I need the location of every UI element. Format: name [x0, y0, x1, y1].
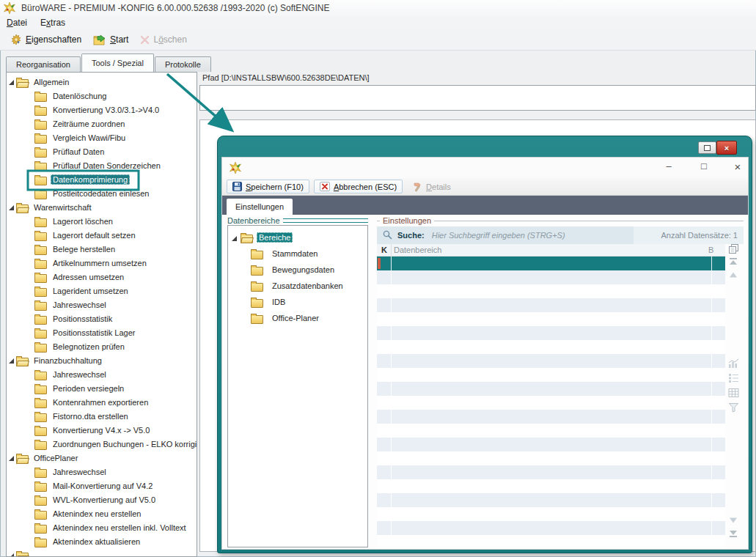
expander-icon[interactable]	[232, 236, 237, 241]
tab-reorganisation[interactable]: Reorganisation	[6, 56, 81, 72]
speichern-button[interactable]: Speichern (F10)	[227, 180, 309, 193]
menu-datei[interactable]: Datei	[0, 17, 34, 29]
table-row[interactable]	[377, 521, 725, 535]
table-row[interactable]	[377, 535, 725, 547]
eigenschaften-button[interactable]: Eigenschaften	[4, 32, 87, 48]
tree-item[interactable]: Postleitcodedaten einlesen	[7, 187, 197, 201]
tree-item-label: OfficePlaner	[32, 453, 80, 463]
table-row[interactable]	[377, 270, 725, 284]
scroll-up-icon[interactable]	[728, 271, 738, 281]
tree-item[interactable]: Finanzbuchhaltung	[7, 354, 197, 368]
tree-item[interactable]: Bewegungsdaten	[228, 262, 367, 278]
tree-item[interactable]: Jahreswechsel	[7, 465, 197, 479]
tab-tools-spezial[interactable]: Tools / Spezial	[81, 54, 154, 72]
table-row[interactable]	[377, 354, 725, 368]
scroll-to-top-icon[interactable]	[728, 257, 738, 268]
expander-icon[interactable]	[9, 456, 14, 461]
tree-item[interactable]: Perioden versiegeln	[7, 382, 197, 396]
maximize-button[interactable]: □	[694, 161, 713, 171]
table-row[interactable]	[377, 507, 725, 521]
scroll-to-bottom-icon[interactable]	[728, 529, 738, 539]
tree-item[interactable]: Belegnotizen prüfen	[7, 340, 197, 354]
tree-item[interactable]: Prüflauf Daten	[7, 145, 197, 159]
table-row[interactable]	[377, 424, 725, 438]
tree-item[interactable]: Zuordnungen Buchungen - ELKO korrigieren	[7, 438, 197, 451]
grid-table-icon[interactable]	[728, 388, 739, 399]
menu-extras[interactable]: Extras	[34, 17, 72, 29]
details-button[interactable]: Details	[407, 180, 456, 193]
dialog-close-button[interactable]: ×	[716, 141, 737, 155]
path-value-box[interactable]	[199, 85, 756, 111]
tree-item[interactable]: Prüflauf Daten Sonderzeichen	[7, 159, 197, 173]
tree-item[interactable]: IDB	[228, 295, 367, 311]
scroll-down-icon[interactable]	[728, 516, 738, 525]
table-row[interactable]	[377, 396, 725, 410]
table-row[interactable]	[377, 298, 725, 312]
expander-icon[interactable]	[9, 358, 14, 364]
minimize-button[interactable]: –	[659, 161, 678, 171]
tree-item[interactable]: Zeiträume zuordnen	[7, 117, 197, 131]
tree-item[interactable]: Jahreswechsel	[7, 298, 197, 312]
search-bar[interactable]: Suche: Hier Suchbegriff eingeben (STRG+S…	[377, 226, 744, 244]
tree-item[interactable]: Jahreswechsel	[7, 368, 197, 382]
tree-item[interactable]: Lagerort löschen	[7, 215, 197, 229]
tree-item[interactable]: Artikelnummern umsetzen	[7, 257, 197, 270]
tree-item[interactable]: Adressen umsetzen	[7, 270, 197, 284]
table-row[interactable]	[377, 340, 725, 354]
expander-icon[interactable]	[9, 80, 14, 85]
tree-item[interactable]: Positionsstatistik Lager	[7, 326, 197, 340]
expander-icon[interactable]	[9, 205, 14, 210]
tree-item[interactable]: Positionsstatistik	[7, 312, 197, 326]
dialog-restore-button[interactable]	[698, 141, 716, 154]
tree-item[interactable]: Lagerort default setzen	[7, 229, 197, 243]
table-row[interactable]	[377, 410, 725, 424]
table-row-selected[interactable]	[377, 257, 725, 270]
table-row[interactable]	[377, 451, 725, 465]
tab-einstellungen[interactable]: Einstellungen	[227, 199, 293, 215]
table-row[interactable]	[377, 465, 725, 479]
table-row[interactable]	[377, 312, 725, 326]
close-button[interactable]: ×	[728, 161, 747, 173]
tree-item[interactable]: Vergleich Wawi/Fibu	[7, 131, 197, 145]
tree-item[interactable]: Belege herstellen	[7, 243, 197, 257]
tree-item[interactable]: Lagerident umsetzen	[7, 284, 197, 298]
table-row[interactable]	[377, 382, 725, 396]
tree-item[interactable]: Warenwirtschaft	[7, 201, 197, 215]
tab-protokolle[interactable]: Protokolle	[155, 56, 211, 72]
tree-item[interactable]: Konvertierung V4.x -> V5.0	[7, 424, 197, 438]
tree-item[interactable]: OfficePlaner	[7, 451, 197, 465]
table-row[interactable]	[377, 438, 725, 451]
table-row[interactable]	[377, 493, 725, 507]
copy-pages-icon[interactable]	[728, 244, 739, 256]
tree-item[interactable]: Aktenindex neu erstellen	[7, 507, 197, 521]
tree-item[interactable]: Datenlöschung	[7, 89, 197, 103]
loeschen-button[interactable]: Löschen	[134, 32, 192, 47]
numbered-list-icon[interactable]	[728, 373, 739, 385]
tree-item[interactable]: Bereiche	[228, 230, 367, 246]
tree-item[interactable]: Stammdaten	[228, 246, 367, 262]
tree-item[interactable]: Aktenindex aktualisieren	[7, 535, 197, 549]
tree-item[interactable]: Fistorno.dta erstellen	[7, 410, 197, 424]
tree-item[interactable]: Office-Planer	[228, 311, 367, 327]
filter-funnel-icon[interactable]	[728, 402, 739, 414]
tree-item[interactable]: Konvertierung V3.0/3.1->V4.0	[7, 103, 197, 117]
tree-item-label: Positionsstatistik Lager	[51, 328, 138, 338]
start-button[interactable]: Start	[87, 32, 134, 48]
tree-item[interactable]: WVL-Konvertierung auf V5.0	[7, 493, 197, 507]
tree-item[interactable]: Mail-Konvertierung auf V4.2	[7, 479, 197, 493]
tree-item[interactable]: Aktenindex neu erstellen inkl. Volltext	[7, 521, 197, 535]
expander-icon[interactable]	[9, 553, 14, 557]
screenshot-root: BüroWARE - PREMIUM -KONFIG 6.00.000.5263…	[0, 0, 756, 557]
tree-item[interactable]: Allgemein	[7, 75, 197, 89]
table-row[interactable]	[377, 326, 725, 340]
column-divider	[711, 257, 712, 547]
table-row[interactable]	[377, 284, 725, 298]
tree-item[interactable]	[7, 549, 197, 557]
chart-icon[interactable]	[728, 358, 739, 370]
table-row[interactable]	[377, 479, 725, 493]
tree-item[interactable]: Kontenrahmen exportieren	[7, 396, 197, 410]
tree-item[interactable]: Datenkomprimierung	[7, 173, 197, 187]
abbrechen-button[interactable]: Abbrechen (ESC)	[314, 180, 403, 193]
tree-item[interactable]: Zusatzdatenbanken	[228, 278, 367, 295]
table-row[interactable]	[377, 368, 725, 382]
